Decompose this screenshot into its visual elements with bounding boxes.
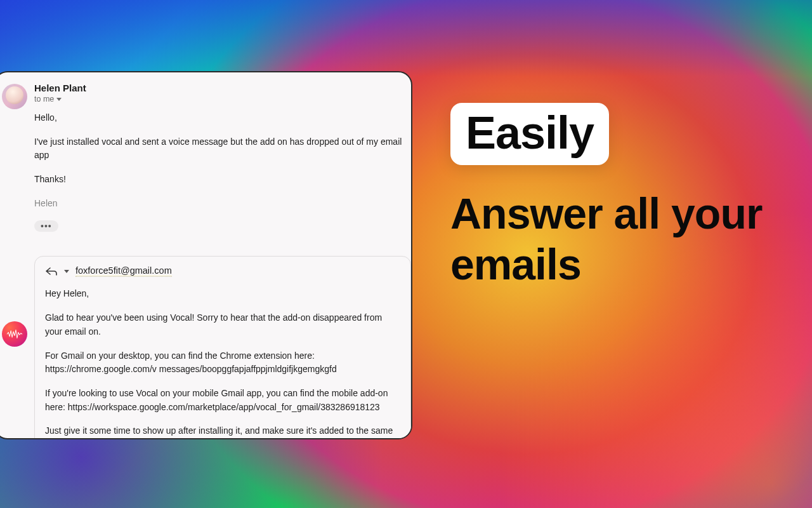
recipient-summary[interactable]: to me	[34, 95, 411, 104]
email-body: Hello, I've just installed vocal and sen…	[34, 111, 411, 210]
reply-paragraph: If you're looking to use Vocal on your m…	[45, 387, 400, 414]
show-trimmed-button[interactable]: •••	[34, 220, 58, 232]
email-thread-window: Helen Plant to me Hello, I've just insta…	[0, 71, 412, 439]
email-signature: Helen	[34, 197, 402, 211]
reply-recipient[interactable]: foxforce5fit@gmail.com	[75, 265, 172, 277]
reply-paragraph: For Gmail on your desktop, you can find …	[45, 349, 400, 377]
email-paragraph: I've just installed vocal and sent a voi…	[34, 135, 402, 163]
reply-paragraph: Glad to hear you've been using Vocal! So…	[45, 311, 400, 338]
vocal-app-avatar[interactable]	[2, 321, 27, 347]
reply-paragraph: Just give it some time to show up after …	[45, 424, 400, 439]
to-me-label: to me	[34, 95, 54, 104]
sender-avatar[interactable]	[2, 84, 27, 109]
headline-subtext: Answer all your emails	[450, 188, 787, 290]
incoming-email: Helen Plant to me Hello, I've just insta…	[0, 72, 411, 232]
reply-body[interactable]: Hey Helen, Glad to hear you've been usin…	[45, 287, 400, 439]
reply-icon[interactable]	[45, 267, 58, 276]
headline-badge: Easily	[450, 103, 609, 165]
chevron-down-icon	[56, 98, 62, 101]
reply-type-dropdown-icon[interactable]	[64, 270, 69, 273]
email-paragraph: Hello,	[34, 111, 402, 125]
reply-paragraph: Hey Helen,	[45, 287, 400, 301]
marketing-headline: Easily Answer all your emails	[450, 103, 787, 290]
email-paragraph: Thanks!	[34, 173, 402, 187]
soundwave-icon	[6, 328, 23, 340]
sender-name[interactable]: Helen Plant	[34, 83, 411, 93]
reply-compose-panel[interactable]: foxforce5fit@gmail.com Hey Helen, Glad t…	[34, 256, 411, 439]
